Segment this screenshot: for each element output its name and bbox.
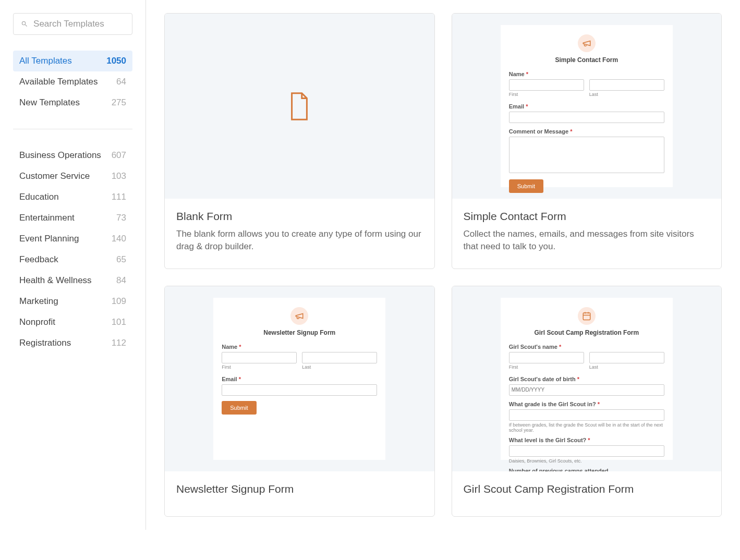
template-card[interactable]: Newsletter Signup Form Name * First Last… bbox=[164, 286, 435, 517]
first-name-input[interactable] bbox=[509, 79, 584, 91]
category-label: Health & Wellness bbox=[19, 275, 92, 286]
category-label: Marketing bbox=[19, 296, 58, 307]
template-card[interactable]: Girl Scout Camp Registration Form Girl S… bbox=[452, 286, 722, 517]
field-label: Girl Scout's date of birth * bbox=[509, 376, 664, 382]
form-heading: Girl Scout Camp Registration Form bbox=[509, 329, 664, 336]
svg-rect-0 bbox=[583, 313, 590, 320]
filter-label: New Templates bbox=[19, 98, 80, 108]
card-description: Collect the names, emails, and messages … bbox=[464, 228, 710, 253]
category-item[interactable]: Marketing109 bbox=[13, 291, 132, 312]
field-sublabel: Last bbox=[302, 364, 377, 370]
template-grid: Blank Form The blank form allows you to … bbox=[146, 0, 740, 530]
dob-input[interactable] bbox=[509, 384, 664, 396]
category-count: 65 bbox=[116, 254, 126, 265]
filter-item[interactable]: All Templates1050 bbox=[13, 51, 132, 71]
card-title: Blank Form bbox=[176, 210, 423, 223]
form-heading: Simple Contact Form bbox=[509, 56, 664, 64]
card-preview: Newsletter Signup Form Name * First Last… bbox=[165, 286, 434, 471]
category-count: 109 bbox=[112, 296, 126, 307]
last-name-input[interactable] bbox=[302, 352, 377, 363]
field-label: Girl Scout's name * bbox=[509, 344, 664, 350]
category-item[interactable]: Business Operations607 bbox=[13, 145, 132, 166]
search-icon bbox=[21, 20, 28, 28]
first-name-input[interactable] bbox=[509, 352, 584, 363]
category-count: 112 bbox=[112, 338, 126, 348]
category-item[interactable]: Entertainment73 bbox=[13, 208, 132, 228]
filter-item[interactable]: New Templates275 bbox=[13, 92, 132, 113]
last-name-input[interactable] bbox=[589, 79, 664, 91]
card-body: Girl Scout Camp Registration Form bbox=[452, 471, 722, 516]
email-input[interactable] bbox=[509, 112, 664, 123]
field-hint: Daisies, Brownies, Girl Scouts, etc. bbox=[509, 458, 664, 464]
category-item[interactable]: Education111 bbox=[13, 187, 132, 208]
form-preview: Simple Contact Form Name * First Last Em… bbox=[501, 25, 673, 187]
category-item[interactable]: Customer Service103 bbox=[13, 166, 132, 187]
search-input[interactable] bbox=[33, 19, 125, 29]
comment-input[interactable] bbox=[509, 137, 664, 173]
category-label: Nonprofit bbox=[19, 317, 55, 327]
field-label: What grade is the Girl Scout in? * bbox=[509, 401, 664, 407]
category-count: 103 bbox=[112, 171, 126, 181]
field-sublabel: First bbox=[509, 92, 584, 97]
filter-label: Available Templates bbox=[19, 77, 98, 87]
filter-item[interactable]: Available Templates64 bbox=[13, 71, 132, 92]
field-label: Comment or Message * bbox=[509, 128, 664, 135]
filter-count: 275 bbox=[112, 98, 126, 108]
field-label: What level is the Girl Scout? * bbox=[509, 437, 664, 443]
category-count: 111 bbox=[112, 192, 126, 202]
card-title: Simple Contact Form bbox=[464, 210, 710, 223]
megaphone-icon bbox=[578, 34, 596, 52]
category-list: Business Operations607Customer Service10… bbox=[13, 145, 132, 354]
form-preview: Girl Scout Camp Registration Form Girl S… bbox=[501, 298, 673, 460]
field-hint: If between grades, list the grade the Sc… bbox=[509, 422, 664, 433]
card-title: Girl Scout Camp Registration Form bbox=[464, 483, 710, 495]
category-label: Customer Service bbox=[19, 171, 90, 181]
sidebar-divider bbox=[13, 129, 132, 129]
card-title: Newsletter Signup Form bbox=[176, 483, 423, 495]
last-name-input[interactable] bbox=[589, 352, 664, 363]
card-description: The blank form allows you to create any … bbox=[176, 228, 423, 253]
form-heading: Newsletter Signup Form bbox=[222, 329, 377, 336]
level-input[interactable] bbox=[509, 445, 664, 457]
field-sublabel: First bbox=[509, 364, 584, 370]
category-item[interactable]: Event Planning140 bbox=[13, 228, 132, 249]
card-body: Newsletter Signup Form bbox=[165, 471, 434, 516]
category-count: 73 bbox=[116, 213, 126, 223]
calendar-icon bbox=[578, 307, 596, 325]
field-label: Email * bbox=[222, 376, 377, 382]
category-label: Business Operations bbox=[19, 150, 101, 161]
category-item[interactable]: Registrations112 bbox=[13, 333, 132, 354]
category-item[interactable]: Feedback65 bbox=[13, 249, 132, 270]
category-label: Registrations bbox=[19, 338, 71, 348]
email-input[interactable] bbox=[222, 384, 377, 396]
first-name-input[interactable] bbox=[222, 352, 297, 363]
filter-label: All Templates bbox=[19, 56, 72, 66]
field-label: Name * bbox=[509, 71, 664, 77]
submit-button[interactable]: Submit bbox=[509, 179, 543, 193]
template-card[interactable]: Blank Form The blank form allows you to … bbox=[164, 13, 435, 269]
card-preview: Girl Scout Camp Registration Form Girl S… bbox=[452, 286, 722, 471]
category-count: 607 bbox=[112, 150, 126, 161]
category-label: Event Planning bbox=[19, 234, 79, 244]
field-sublabel: First bbox=[222, 364, 297, 370]
field-sublabel: Last bbox=[589, 364, 664, 370]
category-item[interactable]: Nonprofit101 bbox=[13, 312, 132, 333]
field-label: Name * bbox=[222, 344, 377, 350]
category-label: Entertainment bbox=[19, 213, 75, 223]
field-label: Number of previous camps attended bbox=[509, 468, 664, 471]
category-count: 140 bbox=[112, 234, 126, 244]
category-item[interactable]: Health & Wellness84 bbox=[13, 270, 132, 291]
category-count: 101 bbox=[112, 317, 126, 327]
submit-button[interactable]: Submit bbox=[222, 401, 256, 415]
file-icon bbox=[286, 91, 312, 122]
search-box[interactable] bbox=[13, 13, 132, 35]
grade-input[interactable] bbox=[509, 409, 664, 421]
form-preview: Newsletter Signup Form Name * First Last… bbox=[213, 298, 385, 460]
filter-count: 1050 bbox=[106, 56, 126, 66]
category-label: Education bbox=[19, 192, 59, 202]
card-preview bbox=[165, 14, 434, 199]
filter-count: 64 bbox=[116, 77, 126, 87]
blank-preview bbox=[286, 25, 312, 187]
template-card[interactable]: Simple Contact Form Name * First Last Em… bbox=[452, 13, 722, 269]
sidebar: All Templates1050Available Templates64Ne… bbox=[0, 0, 146, 530]
